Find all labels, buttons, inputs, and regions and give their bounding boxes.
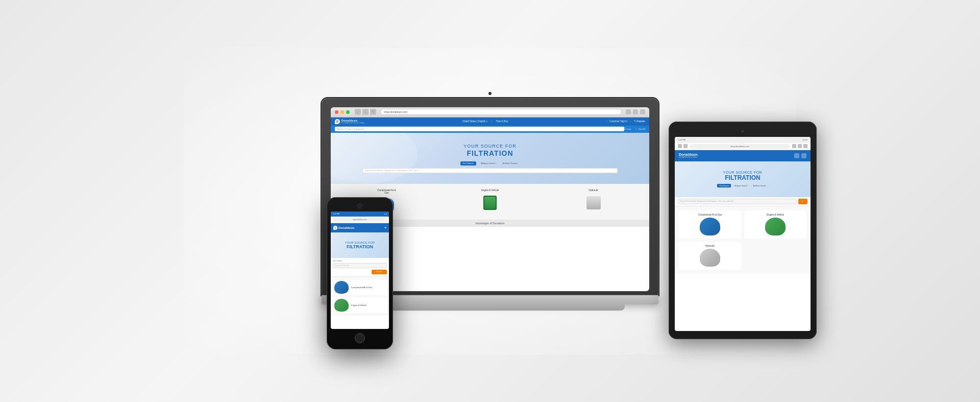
- don-logo-sub: FILTRATION SOLUTIONS: [341, 122, 364, 124]
- tablet-hero-bottom: FILTRATION: [725, 174, 761, 181]
- tablet-url-bar[interactable]: shop.donaldson.com: [690, 144, 790, 149]
- don-topnav-divider: |: [492, 120, 492, 123]
- phone-don-header: d Donaldson. ≡: [331, 223, 389, 232]
- don-cat-img-2: [481, 194, 499, 212]
- mac-icon-share: [633, 109, 638, 114]
- don-lists-text: Lists: [627, 128, 631, 130]
- phone-categories: Compressed Air & Gas Engine & Vehicle: [331, 277, 389, 316]
- don-nav-lists[interactable]: ☰ Lists: [624, 128, 631, 130]
- don-cat-img-3: [584, 194, 603, 212]
- don-how-to-buy[interactable]: How to Buy: [496, 120, 508, 123]
- phone-search-placeholder: Search Part Number...: [335, 265, 350, 267]
- don-topnav-location[interactable]: United States | English ▾: [462, 120, 487, 123]
- devices-scene: ‹ › ↻ shop.donaldson.com: [133, 22, 847, 380]
- don-tab-multipart[interactable]: Multipart Search: [478, 161, 498, 165]
- tablet-logo-text: Donaldson.: [679, 153, 698, 156]
- phone-home-button[interactable]: [355, 333, 365, 343]
- tablet-back-icon[interactable]: [678, 144, 682, 148]
- mac-dots: [335, 110, 350, 114]
- tablet-cat-1-img: [700, 218, 720, 235]
- phone-search-button[interactable]: Search: [372, 270, 387, 274]
- mac-icon-lock: [626, 109, 631, 114]
- don-searchbar: 🔍 Search Parts or Equipment ☰ Lists 🛒 Ca…: [331, 126, 649, 133]
- tablet-addressbar: shop.donaldson.com: [675, 143, 811, 150]
- don-tab-part-search[interactable]: Part Search: [460, 161, 476, 165]
- tablet-device: 2:16 PM ● ● ● shop.donaldson.com: [669, 122, 817, 339]
- phone-search-box[interactable]: Search Part Number...: [333, 263, 387, 268]
- phone-menu-icon[interactable]: ≡: [384, 226, 386, 229]
- phone-cat-1-img: [334, 281, 349, 294]
- tablet-cat-2-name: Engine & Vehicle: [767, 214, 784, 216]
- phone-hero-bottom: FILTRATION: [347, 244, 373, 249]
- tablet-search-box[interactable]: Search Part Number, Equipment or Descrip…: [678, 199, 797, 204]
- don-sign-in[interactable]: 👤 Customer Sign In: [606, 120, 627, 123]
- don-nav-cart[interactable]: 🛒 Cart (0): [635, 128, 645, 130]
- hydraulic-filter-icon: [586, 196, 601, 209]
- tablet-bookmark-icon[interactable]: [798, 144, 802, 148]
- phone-device: 2:16 PM ● ● shop.donaldson.com d Donalds…: [327, 197, 393, 349]
- tablet-share-icon[interactable]: [792, 144, 796, 148]
- don-cat-name-2: Engine & Vehicle: [481, 189, 499, 192]
- don-topnav-right-divider: |: [630, 120, 631, 123]
- phone-logo-d-icon: d: [333, 226, 337, 230]
- tablet-category-compressed-air[interactable]: Compressed Air & Gas: [679, 210, 741, 239]
- phone-camera: [357, 203, 362, 208]
- don-register-text: Register: [636, 120, 645, 123]
- tablet-statusbar: 2:16 PM ● ● ●: [675, 137, 811, 143]
- tablet-refresh-icon[interactable]: [803, 144, 807, 148]
- tablet-nav-icons: [678, 144, 688, 148]
- tablet-search-placeholder: Search Part Number, Equipment or Descrip…: [680, 200, 733, 202]
- tablet-cart-icon[interactable]: [794, 153, 799, 158]
- phone-category-compressed-air[interactable]: Compressed Air & Gas: [333, 279, 387, 295]
- don-tab-attribute[interactable]: Attribute Search: [500, 161, 520, 165]
- mac-icon-bookmark: [640, 109, 645, 114]
- don-sign-in-text: Customer Sign In: [609, 120, 627, 123]
- tablet-time: 2:16 PM: [678, 138, 685, 141]
- phone-logo-text: Donaldson.: [338, 226, 355, 229]
- mac-dot-yellow: [340, 110, 344, 114]
- phone-url-bar[interactable]: shop.donaldson.com: [333, 218, 387, 222]
- tablet-tab-attribute[interactable]: Attribute Search: [751, 184, 768, 187]
- don-search-input[interactable]: 🔍 Search Parts or Equipment: [335, 127, 624, 131]
- don-part-search-input[interactable]: Search Part Number, Equipment or Descrip…: [362, 168, 617, 173]
- mac-nav-back[interactable]: ‹: [355, 109, 361, 115]
- tablet-menu-icon[interactable]: [801, 153, 806, 158]
- tablet-status-icons: ● ● ●: [803, 138, 807, 141]
- mac-nav-refresh[interactable]: ↻: [370, 109, 376, 115]
- tablet-cat-3-name: Hydraulic: [705, 245, 715, 247]
- tablet-search-row: Search Part Number, Equipment or Descrip…: [675, 197, 811, 206]
- tablet-website: 2:16 PM ● ● ● shop.donaldson.com: [675, 137, 811, 331]
- don-topnav-right: 👤 Customer Sign In | ✎ Register: [606, 120, 645, 123]
- phone-category-engine[interactable]: Engine & Vehicle: [333, 297, 387, 313]
- tablet-url-text: shop.donaldson.com: [730, 145, 749, 148]
- don-category-hydraulic[interactable]: Hydraulic: [584, 189, 603, 215]
- don-category-engine[interactable]: Engine & Vehicle: [481, 189, 499, 215]
- tablet-search-button[interactable]: 🔍: [798, 199, 807, 204]
- tablet-don-header: Donaldson. FILTRATION SOLUTIONS: [675, 150, 811, 161]
- don-hero-title-top: YOUR SOURCE FOR: [463, 144, 517, 149]
- don-search-placeholder: Search Parts or Equipment: [339, 128, 364, 130]
- tablet-hero-top: YOUR SOURCE FOR: [723, 171, 762, 174]
- tablet-cat-1-name: Compressed Air & Gas: [698, 214, 722, 216]
- phone-search-label: Part Search: [333, 260, 387, 262]
- don-advantages-text: Advantages of Donaldson: [475, 222, 504, 225]
- tablet-category-hydraulic[interactable]: Hydraulic: [679, 242, 741, 270]
- phone-statusbar: 2:16 PM ● ●: [331, 211, 389, 217]
- don-logo: d Donaldson. FILTRATION SOLUTIONS: [335, 119, 364, 124]
- phone-time: 2:16 PM: [333, 213, 339, 215]
- phone-search-btn-text: Search: [376, 271, 382, 273]
- tablet-category-engine[interactable]: Engine & Vehicle: [744, 210, 806, 239]
- mac-dot-green: [346, 110, 350, 114]
- mac-address-bar[interactable]: shop.donaldson.com: [380, 109, 622, 115]
- phone-addressbar: shop.donaldson.com: [331, 217, 389, 223]
- tablet-right-icons: [792, 144, 807, 148]
- don-location-text: United States | English: [462, 120, 485, 123]
- tablet-tab-part[interactable]: Part Search: [717, 184, 730, 187]
- tablet-tab-multipart[interactable]: Multipart Search: [732, 184, 749, 187]
- tablet-forward-icon[interactable]: [683, 144, 688, 148]
- don-register[interactable]: ✎ Register: [634, 120, 645, 123]
- mac-nav-forward[interactable]: ›: [362, 109, 369, 115]
- don-how-to-buy-text: How to Buy: [496, 120, 508, 123]
- don-search-right: ☰ Lists 🛒 Cart (0): [624, 128, 645, 130]
- phone-screen: 2:16 PM ● ● shop.donaldson.com d Donalds…: [331, 211, 389, 329]
